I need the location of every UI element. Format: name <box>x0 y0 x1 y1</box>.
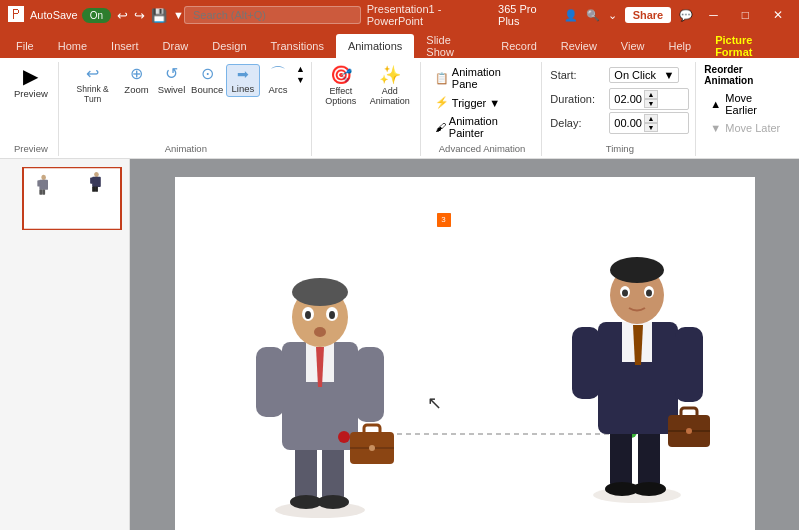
search-input[interactable] <box>184 6 361 24</box>
tab-review[interactable]: Review <box>549 34 609 58</box>
svg-point-50 <box>622 289 628 296</box>
animation-group-label: Animation <box>67 141 305 154</box>
advanced-group-label: Advanced Animation <box>429 141 536 154</box>
tab-record[interactable]: Record <box>489 34 548 58</box>
move-later-label: Move Later <box>725 122 780 134</box>
slide-area: 1 2 3 <box>175 177 755 531</box>
add-animation-icon: ✨ <box>379 66 401 84</box>
animation-painter-btn[interactable]: 🖌 Animation Painter <box>429 113 536 141</box>
svg-point-51 <box>646 289 652 296</box>
ribbon-toggle-icon[interactable]: ⌄ <box>608 9 617 22</box>
duration-spinner[interactable]: ▲ ▼ <box>644 90 658 108</box>
figure-left[interactable] <box>240 242 400 524</box>
svg-point-24 <box>292 278 348 306</box>
powerpoint-icon: 🅿 <box>8 6 24 24</box>
animation-pane-btn[interactable]: 📋 Animation Pane <box>429 64 536 92</box>
start-row: Start: On Click ▼ <box>550 64 679 86</box>
more-icon[interactable]: ▼ <box>173 9 184 21</box>
zoom-label: Zoom <box>124 84 148 95</box>
maximize-button[interactable]: □ <box>734 8 757 22</box>
tab-design[interactable]: Design <box>200 34 258 58</box>
reorder-label: Reorder Animation <box>704 64 789 86</box>
tab-draw[interactable]: Draw <box>151 34 201 58</box>
delay-down[interactable]: ▼ <box>644 123 658 132</box>
share-button[interactable]: Share <box>625 7 672 23</box>
tab-help[interactable]: Help <box>657 34 704 58</box>
redo-icon[interactable]: ↪ <box>134 8 145 23</box>
svg-point-33 <box>369 445 375 451</box>
preview-icon: ▶ <box>23 66 38 86</box>
slide-thumbnail-1[interactable] <box>22 167 122 230</box>
delay-spinner[interactable]: ▲ ▼ <box>644 114 658 132</box>
ribbon-content: ▶ Preview Preview ↩ Shrink & Turn ⊕ Zoom… <box>0 58 799 158</box>
move-earlier-icon: ▲ <box>710 98 721 110</box>
duration-up[interactable]: ▲ <box>644 90 658 99</box>
shrink-turn-label: Shrink & Turn <box>71 84 115 104</box>
figure-right[interactable] <box>560 217 715 509</box>
add-animation-btn[interactable]: ✨ Add Animation <box>366 64 414 108</box>
effect-group-label <box>320 152 414 154</box>
tab-slideshow[interactable]: Slide Show <box>414 34 489 58</box>
lines-icon: ➡ <box>237 67 249 81</box>
trigger-btn[interactable]: ⚡ Trigger ▼ <box>429 94 506 111</box>
scroll-up-icon[interactable]: ▲ <box>296 64 305 74</box>
autosave-label: AutoSave <box>30 9 78 21</box>
zoom-btn[interactable]: ⊕ Zoom <box>120 64 154 97</box>
preview-group-label: Preview <box>10 141 52 154</box>
duration-label: Duration: <box>550 93 605 105</box>
animation-painter-label: Animation Painter <box>449 115 530 139</box>
trigger-label: Trigger <box>452 97 486 109</box>
svg-rect-37 <box>610 427 632 489</box>
swivel-btn[interactable]: ↺ Swivel <box>155 64 189 97</box>
reorder-group: Reorder Animation ▲ Move Earlier ▼ Move … <box>698 62 795 156</box>
animation-pane-label: Animation Pane <box>452 66 530 90</box>
svg-rect-43 <box>675 327 703 402</box>
add-animation-label: Add Animation <box>370 86 410 106</box>
comment-icon[interactable]: 💬 <box>679 9 693 22</box>
undo-icon[interactable]: ↩ <box>117 8 128 23</box>
close-button[interactable]: ✕ <box>765 8 791 22</box>
start-dropdown[interactable]: On Click ▼ <box>609 67 679 83</box>
svg-rect-19 <box>256 347 284 417</box>
tab-picture-format[interactable]: Picture Format <box>703 34 799 58</box>
svg-point-28 <box>329 311 335 319</box>
svg-point-40 <box>632 482 666 496</box>
slide-panel: 1 <box>0 159 799 530</box>
tab-view[interactable]: View <box>609 34 657 58</box>
preview-button[interactable]: ▶ Preview <box>10 64 52 101</box>
svg-point-29 <box>314 327 326 337</box>
tab-home[interactable]: Home <box>46 34 99 58</box>
svg-rect-12 <box>95 187 98 192</box>
tab-insert[interactable]: Insert <box>99 34 151 58</box>
delay-row: Delay: 00.00 ▲ ▼ <box>550 112 689 134</box>
svg-rect-5 <box>39 189 42 194</box>
move-later-btn[interactable]: ▼ Move Later <box>704 120 786 136</box>
anim-badge-3: 3 <box>437 213 451 227</box>
move-earlier-btn[interactable]: ▲ Move Earlier <box>704 90 789 118</box>
shrink-turn-btn[interactable]: ↩ Shrink & Turn <box>67 64 119 106</box>
arcs-btn[interactable]: ⌒ Arcs <box>261 64 295 97</box>
title-bar-left: 🅿 AutoSave On ↩ ↪ 💾 ▼ <box>8 6 184 24</box>
duration-down[interactable]: ▼ <box>644 99 658 108</box>
thumbnail-container: 1 <box>4 167 125 230</box>
bounce-btn[interactable]: ⊙ Bounce <box>190 64 225 97</box>
svg-point-7 <box>94 172 99 177</box>
save-icon[interactable]: 💾 <box>151 8 167 23</box>
autosave-toggle[interactable]: On <box>82 8 111 23</box>
tab-transitions[interactable]: Transitions <box>259 34 336 58</box>
tab-animations[interactable]: Animations <box>336 34 414 58</box>
effect-options-btn[interactable]: 🎯 Effect Options <box>320 64 362 108</box>
tab-file[interactable]: File <box>4 34 46 58</box>
delay-up[interactable]: ▲ <box>644 114 658 123</box>
minimize-button[interactable]: ─ <box>701 8 726 22</box>
svg-rect-4 <box>44 180 47 186</box>
delay-value: 00.00 ▲ ▼ <box>609 112 689 134</box>
slide-thumbnails: 1 <box>0 159 130 530</box>
title-bar: 🅿 AutoSave On ↩ ↪ 💾 ▼ Presentation1 - Po… <box>0 0 799 30</box>
search-icon2[interactable]: 🔍 <box>586 9 600 22</box>
lines-btn[interactable]: ➡ Lines <box>226 64 260 97</box>
scroll-down-icon[interactable]: ▼ <box>296 75 305 85</box>
svg-rect-31 <box>364 425 380 435</box>
delay-label: Delay: <box>550 117 605 129</box>
bounce-label: Bounce <box>191 84 223 95</box>
